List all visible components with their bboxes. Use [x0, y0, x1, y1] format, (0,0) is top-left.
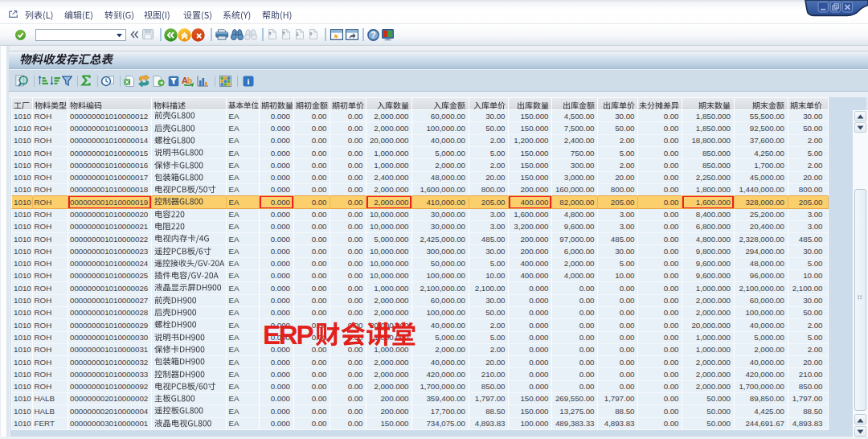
svg-text:?: ? — [371, 30, 375, 39]
svg-text:ERP: ERP — [263, 319, 313, 349]
svg-text:i: i — [248, 77, 250, 86]
svg-text:b: b — [187, 76, 192, 85]
